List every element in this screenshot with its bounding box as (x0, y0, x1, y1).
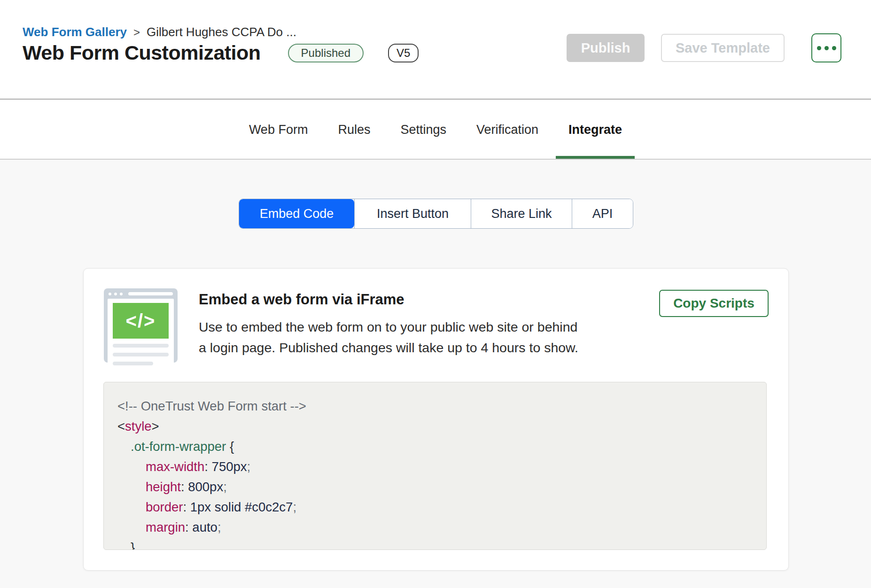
breadcrumb-current: Gilbert Hughes CCPA Do ... (147, 23, 296, 40)
code-block: <!-- OneTrust Web Form start --><style>.… (103, 382, 767, 550)
address-bar-shape (128, 292, 173, 295)
window-dot-icon (109, 293, 111, 295)
segment-insert-button[interactable]: Insert Button (354, 199, 471, 228)
ellipsis-icon (817, 46, 821, 50)
code-glyph-icon: </> (113, 303, 169, 339)
browser-code-icon: </> (104, 288, 178, 363)
window-dot-icon (120, 293, 123, 295)
embed-iframe-card: </> Embed a web form via iFrame Use to e… (83, 268, 789, 571)
tab-integrate[interactable]: Integrate (556, 101, 635, 159)
ellipsis-icon (832, 46, 836, 50)
publish-button[interactable]: Publish (567, 34, 645, 62)
page-title: Web Form Customization (23, 41, 261, 64)
status-badge: Published (288, 44, 364, 62)
card-description-line1: Use to embed the web form on to your pub… (199, 317, 578, 337)
tab-settings[interactable]: Settings (388, 101, 459, 159)
card-heading: Embed a web form via iFrame (199, 291, 404, 308)
segment-share-link[interactable]: Share Link (471, 199, 572, 228)
segment-embed-code[interactable]: Embed Code (239, 199, 354, 228)
more-options-button[interactable] (811, 33, 841, 62)
breadcrumb: Web Form Gallery > Gilbert Hughes CCPA D… (23, 23, 296, 41)
breadcrumb-separator-icon: > (133, 24, 140, 41)
tab-bar: Web Form Rules Settings Verification Int… (0, 101, 871, 160)
card-description-line2: a login page. Published changes will tak… (199, 337, 578, 358)
tab-rules[interactable]: Rules (325, 101, 383, 159)
breadcrumb-link-web-form-gallery[interactable]: Web Form Gallery (23, 23, 127, 40)
integration-method-switcher: Embed Code Insert Button Share Link API (239, 199, 633, 229)
text-line-shape (113, 362, 153, 365)
tab-verification[interactable]: Verification (464, 101, 551, 159)
browser-icon-titlebar (108, 292, 174, 295)
ellipsis-icon (824, 46, 829, 50)
tab-web-form[interactable]: Web Form (236, 101, 321, 159)
copy-scripts-button[interactable]: Copy Scripts (659, 290, 769, 317)
segment-api[interactable]: API (572, 199, 633, 228)
browser-icon-body: </> (108, 299, 174, 369)
save-template-button[interactable]: Save Template (661, 34, 785, 62)
page-header: Web Form Gallery > Gilbert Hughes CCPA D… (0, 0, 871, 100)
title-row: Web Form Customization Published V5 (23, 41, 419, 64)
text-line-shape (113, 353, 169, 356)
text-line-shape (113, 344, 169, 348)
version-badge: V5 (388, 44, 419, 62)
card-description: Use to embed the web form on to your pub… (199, 317, 578, 358)
window-dot-icon (114, 293, 117, 295)
